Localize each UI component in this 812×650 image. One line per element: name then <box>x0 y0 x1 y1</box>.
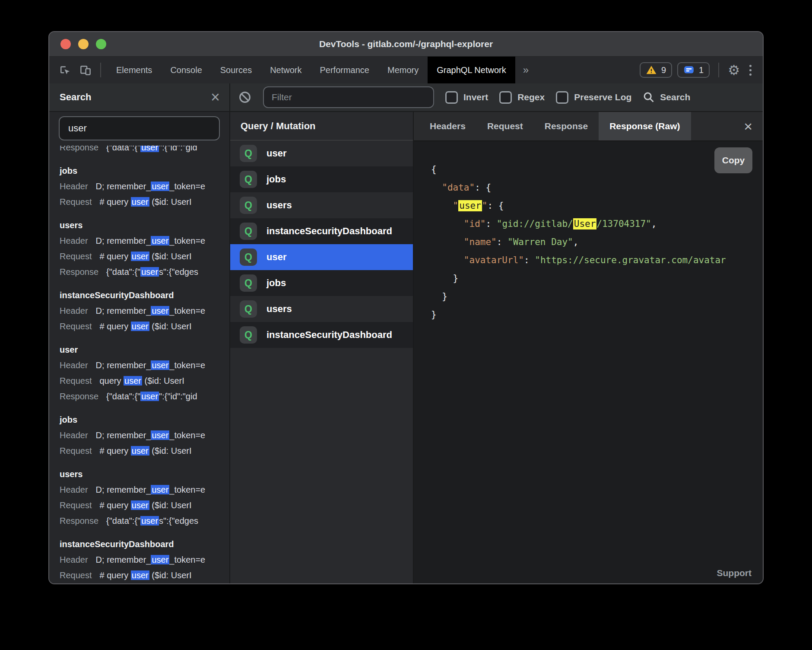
search-result-row[interactable]: Request# query user ($id: UserI <box>60 497 229 513</box>
search-result-row[interactable]: HeaderD; remember_user_token=e <box>60 482 229 497</box>
close-panel-icon[interactable]: × <box>744 112 763 140</box>
search-result-row-value: # query user ($id: UserI <box>100 197 192 207</box>
search-result-row-label: Request <box>60 500 92 510</box>
tab-network[interactable]: Network <box>261 57 311 83</box>
search-result-row[interactable]: Response{"data":{"user":{"id":"gid <box>60 146 229 155</box>
query-list-item-users[interactable]: Qusers <box>230 296 413 322</box>
search-result-row-label: Request <box>60 376 92 386</box>
warnings-badge[interactable]: 9 <box>640 62 672 78</box>
search-match-highlight: user <box>131 252 149 261</box>
tab-console[interactable]: Console <box>161 57 211 83</box>
search-toggle-label: Search <box>660 92 690 102</box>
tab-sources[interactable]: Sources <box>211 57 261 83</box>
more-options-kebab-icon[interactable] <box>745 65 756 76</box>
search-result-row[interactable]: HeaderD; remember_user_token=e <box>60 233 229 249</box>
search-panel-header: Search × <box>49 83 230 111</box>
tab-performance[interactable]: Performance <box>311 57 379 83</box>
search-result-row[interactable]: Request# query user ($id: UserI <box>60 567 229 583</box>
search-result-group-title: users <box>60 466 229 482</box>
search-result-row-value: D; remember_user_token=e <box>96 236 206 245</box>
search-match-highlight: user <box>140 267 159 277</box>
search-result-row[interactable]: Request# query user ($id: UserI <box>60 249 229 264</box>
devtools-tabbar: ElementsConsoleSourcesNetworkPerformance… <box>49 57 763 83</box>
tab-headers[interactable]: Headers <box>419 112 476 140</box>
close-window-button[interactable] <box>60 39 71 49</box>
search-match-highlight: user <box>151 430 169 440</box>
tab-memory[interactable]: Memory <box>378 57 428 83</box>
query-list-item-label: jobs <box>266 277 286 289</box>
json-line: "data": { <box>431 178 763 197</box>
search-result-row[interactable]: HeaderD; remember_user_token=e <box>60 178 229 194</box>
query-list-item-label: instanceSecurityDashboard <box>266 329 392 341</box>
query-list-item-label: jobs <box>266 174 286 185</box>
search-result-row[interactable]: Response{"data":{"user":{"id":"gid <box>60 389 229 404</box>
copy-button[interactable]: Copy <box>714 147 752 173</box>
support-link[interactable]: Support <box>717 568 752 578</box>
tab-elements[interactable]: Elements <box>107 57 161 83</box>
search-match-highlight: user <box>131 446 149 456</box>
tab-request[interactable]: Request <box>476 112 534 140</box>
query-type-badge: Q <box>240 145 257 162</box>
search-result-row-label: Request <box>60 252 92 261</box>
search-result-row[interactable]: Request# query user ($id: UserI <box>60 319 229 334</box>
query-list-item-user[interactable]: Quser <box>230 140 413 166</box>
search-result-row-label: Request <box>60 322 92 331</box>
search-result-row[interactable]: HeaderD; remember_user_token=e <box>60 552 229 567</box>
invert-checkbox[interactable] <box>445 91 458 104</box>
query-list-item-label: users <box>266 303 292 315</box>
regex-label: Regex <box>517 92 545 102</box>
filter-input[interactable] <box>263 86 434 108</box>
warning-icon <box>646 64 657 76</box>
search-result-row-value: D; remember_user_token=e <box>96 430 206 440</box>
query-list-item-jobs[interactable]: Qjobs <box>230 270 413 296</box>
search-result-row-value: query user ($id: UserI <box>100 376 184 386</box>
close-search-icon[interactable]: × <box>211 89 220 105</box>
search-result-row[interactable]: HeaderD; remember_user_token=e <box>60 357 229 373</box>
search-result-row-label: Response <box>60 146 98 152</box>
search-result-row[interactable]: Request# query user ($id: UserI <box>60 443 229 459</box>
settings-gear-icon[interactable]: ⚙ <box>728 64 740 77</box>
clear-block-icon[interactable] <box>238 90 252 104</box>
search-panel-title: Search <box>60 92 91 103</box>
query-panel: Query / Mutation QuserQjobsQusersQinstan… <box>230 112 414 583</box>
search-result-row-label: Header <box>60 555 88 564</box>
tab-response[interactable]: Response <box>534 112 599 140</box>
response-panel: HeadersRequestResponseResponse (Raw) × {… <box>414 112 763 583</box>
query-list-item-users[interactable]: Qusers <box>230 192 413 218</box>
zoom-window-button[interactable] <box>96 39 106 49</box>
search-result-row-label: Request <box>60 446 92 456</box>
search-result-row-label: Request <box>60 570 92 580</box>
search-result-row[interactable]: HeaderD; remember_user_token=e <box>60 427 229 443</box>
search-result-row[interactable]: Request# query user ($id: UserI <box>60 194 229 210</box>
inspect-element-icon[interactable] <box>55 61 74 80</box>
tab-graphql-network[interactable]: GraphQL Network <box>428 57 515 83</box>
query-type-badge: Q <box>240 274 257 292</box>
search-result-row[interactable]: Response{"data":{"users":{"edges <box>60 264 229 280</box>
regex-checkbox[interactable] <box>499 91 512 104</box>
search-toggle[interactable]: Search <box>643 91 690 103</box>
search-result-row[interactable]: Requestquery user ($id: UserI <box>60 373 229 389</box>
messages-badge[interactable]: 1 <box>677 62 710 78</box>
search-match-highlight: user <box>131 197 149 207</box>
search-result-row[interactable]: Response{"data":{"users":{"edges <box>60 513 229 529</box>
search-result-row[interactable]: HeaderD; remember_user_token=e <box>60 303 229 319</box>
query-list-item-user[interactable]: Quser <box>230 244 413 270</box>
query-list-item-jobs[interactable]: Qjobs <box>230 166 413 192</box>
response-content: { "data": { "user": { "id": "gid://gitla… <box>414 141 763 583</box>
search-input[interactable] <box>59 116 220 140</box>
json-line: } <box>431 269 763 287</box>
tab-response-raw[interactable]: Response (Raw) <box>599 112 691 140</box>
preserve-log-checkbox[interactable] <box>556 91 568 104</box>
search-result-row-label: Header <box>60 236 88 245</box>
search-match-highlight: user <box>151 485 169 494</box>
device-toolbar-icon[interactable] <box>76 61 95 80</box>
query-list-item-instancesecuritydashboard[interactable]: QinstanceSecurityDashboard <box>230 218 413 244</box>
search-match-highlight: user <box>151 306 169 315</box>
minimize-window-button[interactable] <box>78 39 89 49</box>
search-match-highlight: user <box>151 236 169 245</box>
query-type-badge: Q <box>240 223 257 240</box>
response-tabbar: HeadersRequestResponseResponse (Raw) × <box>414 112 763 141</box>
more-tabs-chevron[interactable]: » <box>515 57 536 83</box>
query-list-item-instancesecuritydashboard[interactable]: QinstanceSecurityDashboard <box>230 322 413 348</box>
search-result-row-value: # query user ($id: UserI <box>100 252 192 261</box>
